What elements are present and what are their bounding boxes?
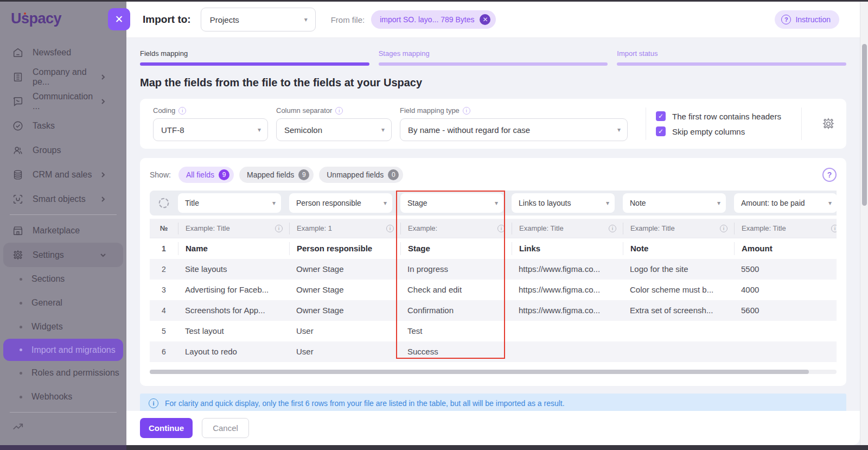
info-icon[interactable]: i	[335, 107, 343, 115]
table-cell: Name	[178, 242, 289, 255]
bullet-icon	[20, 396, 22, 398]
sidebar-item-label: Smart objects	[33, 194, 86, 204]
example-cell: Example: 1i	[289, 223, 400, 234]
chevron-down-icon: ▾	[272, 199, 276, 207]
option-coding: CodingiUTF-8▾	[153, 106, 268, 141]
column-separator-select[interactable]: Semicolon▾	[276, 118, 392, 141]
info-icon[interactable]: i	[386, 225, 394, 232]
footer-bar: Continue Cancel	[126, 411, 860, 445]
example-text: Example: Title	[742, 224, 786, 232]
logo-dot-accent	[24, 12, 26, 15]
sidebar-item-tasks[interactable]: Tasks	[0, 113, 126, 138]
help-icon[interactable]: ?	[822, 168, 837, 182]
example-cell: Example: Titlei	[734, 223, 837, 234]
table-cell: Extra set of screensh...	[623, 300, 734, 321]
coding-select[interactable]: UTF-8▾	[153, 118, 268, 141]
table-cell	[623, 341, 734, 362]
sidebar-subitem-import-and-migrations[interactable]: Import and migrations	[3, 339, 123, 361]
sidebar-subitem-general[interactable]: General	[0, 291, 126, 315]
column-select-cell: Title▾	[178, 193, 289, 213]
table-cell	[512, 321, 623, 341]
sidebar-subitem-webhooks[interactable]: Webhooks	[0, 385, 126, 409]
import-target-value: Projects	[210, 15, 239, 24]
column-select-amount-to-be-paid[interactable]: Amount: to be paid▾	[734, 193, 837, 213]
column-select-cell: Links to layouts▾	[512, 193, 623, 213]
info-icon[interactable]: i	[275, 225, 283, 232]
sidebar-subitem-label: General	[31, 298, 62, 308]
column-select-stage[interactable]: Stage▾	[400, 193, 503, 213]
sidebar-item-label: CRM and sales	[33, 170, 92, 180]
sidebar-item-communication[interactable]: Communication ...	[0, 89, 126, 113]
table-cell: Owner Stage	[289, 300, 400, 321]
wizard-steps: Fields mappingStages mappingImport statu…	[140, 49, 846, 66]
cancel-button[interactable]: Cancel	[202, 418, 249, 438]
chevron-down-icon: ▾	[384, 199, 387, 207]
filter-pill-mapped-fields[interactable]: Mapped fields9	[239, 167, 314, 183]
info-icon[interactable]: i	[497, 225, 505, 232]
table-cell: Test layout	[178, 321, 289, 341]
table-cell: Stage	[400, 242, 512, 255]
question-icon: ?	[781, 15, 791, 24]
bullet-icon	[20, 348, 22, 351]
scrollbar-thumb[interactable]	[150, 370, 809, 374]
sidebar-item-groups[interactable]: Groups	[0, 138, 126, 162]
chevron-right-icon	[97, 172, 109, 178]
import-modal: Import to: Projects ▾ From file: import …	[126, 2, 860, 445]
column-select-note[interactable]: Note▾	[623, 193, 726, 213]
filter-pill-unmapped-fields[interactable]: Unmapped fields0	[319, 167, 403, 183]
page-scrollbar-thumb[interactable]	[862, 44, 867, 206]
step-stages-mapping[interactable]: Stages mapping	[379, 49, 608, 66]
sidebar-item-smart-objects[interactable]: Smart objects	[0, 187, 126, 211]
row-number: 6	[150, 347, 178, 356]
sidebar-item-crm-and-sales[interactable]: CRM and sales	[0, 162, 126, 187]
sidebar-nav-secondary: MarketplaceSettings	[0, 218, 126, 267]
step-import-status[interactable]: Import status	[617, 49, 846, 66]
count-badge: 0	[388, 169, 399, 180]
sidebar: Uspacy NewsfeedCompany and pe...Communic…	[0, 2, 126, 445]
import-header: Import to: Projects ▾ From file: import …	[126, 2, 860, 38]
info-icon[interactable]: i	[720, 225, 727, 232]
filter-pill-all-fields[interactable]: All fields9	[178, 167, 234, 183]
checkbox-skip-empty-columns[interactable]: ✓Skip empty columns	[656, 126, 792, 136]
column-select-person-responsible[interactable]: Person responsible▾	[289, 193, 392, 213]
sidebar-item-settings[interactable]: Settings	[3, 243, 123, 267]
step-fields-mapping[interactable]: Fields mapping	[140, 49, 369, 66]
info-icon[interactable]: i	[831, 225, 837, 232]
sidebar-close-button[interactable]: ✕	[108, 8, 130, 30]
info-icon[interactable]: i	[178, 107, 186, 115]
sidebar-item-company-and-pe[interactable]: Company and pe...	[0, 65, 126, 89]
options-checkboxes: ✓The first row contains headers✓Skip emp…	[656, 111, 792, 136]
continue-button[interactable]: Continue	[140, 418, 193, 438]
page-scrollbar[interactable]	[860, 2, 868, 445]
remove-file-icon[interactable]: ✕	[480, 14, 490, 25]
table-cell: https://www.figma.co...	[512, 280, 623, 300]
column-select-title[interactable]: Title▾	[178, 193, 281, 213]
example-text: Example: Title	[630, 224, 675, 232]
horizontal-scrollbar[interactable]	[150, 370, 837, 374]
info-icon[interactable]: i	[609, 225, 616, 232]
info-icon[interactable]: i	[463, 107, 470, 115]
filter-pills: All fields9Mapped fields9Unmapped fields…	[178, 167, 409, 183]
table-cell: Advertising for Faceb...	[178, 280, 289, 300]
sidebar-item-newsfeed[interactable]: Newsfeed	[0, 40, 126, 65]
checkbox-the-first-row-contains-headers[interactable]: ✓The first row contains headers	[656, 111, 792, 121]
page-title: Map the fields from the file to the fiel…	[140, 77, 846, 89]
table-cell	[623, 321, 734, 341]
bullet-icon	[20, 278, 22, 281]
row-number: 3	[150, 286, 178, 294]
select-value: Person responsible	[296, 199, 361, 207]
instruction-button[interactable]: ? Instruction	[775, 10, 839, 29]
table-cell: 4000	[734, 280, 837, 300]
sidebar-subitem-sections[interactable]: Sections	[0, 267, 126, 291]
import-target-select[interactable]: Projects ▾	[201, 8, 316, 31]
sidebar-item-marketplace[interactable]: Marketplace	[0, 218, 126, 243]
sidebar-subitem-roles-and-permissions[interactable]: Roles and permissions	[0, 361, 126, 385]
sidebar-item-partial[interactable]	[0, 416, 126, 438]
row-number: 2	[150, 265, 178, 274]
column-select-links-to-layouts[interactable]: Links to layouts▾	[512, 193, 615, 213]
gear-icon[interactable]	[821, 117, 835, 131]
sidebar-subitem-widgets[interactable]: Widgets	[0, 315, 126, 339]
field-mapping-type-select[interactable]: By name - without regard for case▾	[400, 118, 628, 141]
table-cell: Owner Stage	[289, 259, 400, 280]
table-cell: Logo for the site	[623, 259, 734, 280]
